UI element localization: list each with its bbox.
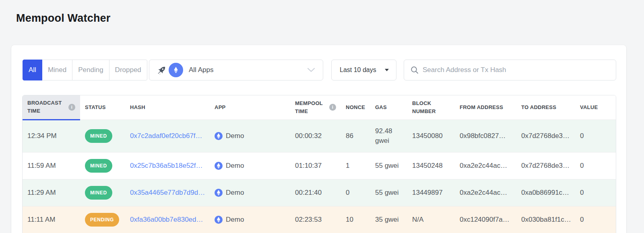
cell-value: 0 xyxy=(575,206,616,233)
column-label: HASH xyxy=(130,103,145,111)
cell-status: MINED xyxy=(80,179,125,206)
column-header-gas[interactable]: GAS xyxy=(370,95,407,120)
column-header-broadcast_time[interactable]: BROADCAST TIMEi xyxy=(23,95,80,120)
app-name: Demo xyxy=(226,161,244,171)
column-label: GAS xyxy=(375,103,387,111)
cell-mempool_time: 02:23:53 xyxy=(290,206,341,233)
cell-block_number: 13450080 xyxy=(407,120,455,152)
status-badge: MINED xyxy=(85,129,112,143)
cell-to_address: 0x7d2768de3… xyxy=(516,152,575,179)
table-row: 11:59 AMMINED0x25c7b36a5b18e52f…Demo01:1… xyxy=(23,152,616,179)
cell-gas: 55 gwei xyxy=(370,152,407,179)
cell-app: Demo xyxy=(210,152,290,179)
app-dropdown-label: All Apps xyxy=(189,66,308,74)
column-label: NONCE xyxy=(346,103,365,111)
cell-hash: 0xfa36a00bb7e830ed… xyxy=(125,206,210,233)
tab-pending[interactable]: Pending xyxy=(72,60,109,80)
ethereum-icon xyxy=(215,162,223,170)
cell-from_address: 0xa2e2c44ac… xyxy=(455,179,516,206)
date-range-dropdown[interactable]: Last 10 days xyxy=(331,60,396,80)
table-row: 12:34 PMMINED0x7c2adaf0ef20cb67f…Demo00:… xyxy=(23,120,616,152)
cell-value: 0 xyxy=(575,152,616,179)
tx-hash-link[interactable]: 0x35a4465e77db7d9d… xyxy=(130,188,205,198)
cell-nonce: 1 xyxy=(341,152,370,179)
cell-gas: 55 gwei xyxy=(370,179,407,206)
tab-all[interactable]: All xyxy=(23,60,42,80)
status-filter-tabs: All Mined Pending Dropped xyxy=(23,60,147,80)
mempool-card: All Mined Pending Dropped xyxy=(11,45,626,233)
cell-from_address: 0xc124090f7a… xyxy=(455,206,516,233)
column-label: FROM ADDRESS xyxy=(460,103,503,111)
cell-value: 0 xyxy=(575,179,616,206)
ethereum-icon xyxy=(169,63,183,77)
info-icon[interactable]: i xyxy=(68,104,75,111)
app-filter-dropdown[interactable]: All Apps xyxy=(149,60,323,80)
rocket-icon xyxy=(157,65,167,75)
column-label: TO ADDRESS xyxy=(521,103,556,111)
tx-hash-link[interactable]: 0x25c7b36a5b18e52f… xyxy=(130,161,205,171)
cell-broadcast_time: 11:29 AM xyxy=(23,179,80,206)
cell-gas: 35 gwei xyxy=(370,206,407,233)
cell-block_number: 13450248 xyxy=(407,152,455,179)
search-box xyxy=(404,60,616,80)
cell-to_address: 0x030ba81f1c… xyxy=(516,206,575,233)
date-range-label: Last 10 days xyxy=(340,66,376,74)
column-label: BROADCAST TIME xyxy=(27,99,65,115)
tx-hash-link[interactable]: 0x7c2adaf0ef20cb67f… xyxy=(130,131,205,141)
column-label: APP xyxy=(215,103,226,111)
transactions-table: BROADCAST TIMEiSTATUSHASHAPPMEMPOOL TIME… xyxy=(22,95,616,233)
app-name: Demo xyxy=(226,188,244,198)
tx-hash-link[interactable]: 0xfa36a00bb7e830ed… xyxy=(130,215,205,225)
toolbar: All Mined Pending Dropped xyxy=(11,60,626,80)
search-icon xyxy=(411,66,419,74)
cell-mempool_time: 00:00:32 xyxy=(290,120,341,152)
table-row: 11:29 AMMINED0x35a4465e77db7d9d…Demo00:2… xyxy=(23,179,616,206)
column-header-value[interactable]: VALUE xyxy=(575,95,616,120)
column-label: STATUS xyxy=(85,103,106,111)
cell-nonce: 86 xyxy=(341,120,370,152)
column-header-hash[interactable]: HASH xyxy=(125,95,210,120)
column-header-status[interactable]: STATUS xyxy=(80,95,125,120)
cell-status: MINED xyxy=(80,152,125,179)
table-header-row: BROADCAST TIMEiSTATUSHASHAPPMEMPOOL TIME… xyxy=(23,95,616,120)
page-title: Mempool Watcher xyxy=(16,12,111,25)
status-badge: MINED xyxy=(85,159,112,173)
cell-mempool_time: 01:10:37 xyxy=(290,152,341,179)
column-header-block_number[interactable]: BLOCK NUMBER xyxy=(407,95,455,120)
tab-dropped[interactable]: Dropped xyxy=(109,60,147,80)
cell-app: Demo xyxy=(210,120,290,152)
cell-status: PENDING xyxy=(80,206,125,233)
cell-nonce: 10 xyxy=(341,206,370,233)
info-icon[interactable]: i xyxy=(329,104,336,111)
cell-gas: 92.48 gwei xyxy=(370,120,407,152)
column-header-app[interactable]: APP xyxy=(210,95,290,120)
cell-broadcast_time: 11:11 AM xyxy=(23,206,80,233)
column-header-nonce[interactable]: NONCE xyxy=(341,95,370,120)
status-badge: PENDING xyxy=(85,213,119,227)
cell-broadcast_time: 12:34 PM xyxy=(23,120,80,152)
column-header-mempool_time[interactable]: MEMPOOL TIMEi xyxy=(290,95,341,120)
cell-hash: 0x35a4465e77db7d9d… xyxy=(125,179,210,206)
column-header-to_address[interactable]: TO ADDRESS xyxy=(516,95,575,120)
search-input[interactable] xyxy=(423,66,609,74)
ethereum-icon xyxy=(215,216,223,224)
tab-mined[interactable]: Mined xyxy=(42,60,72,80)
cell-from_address: 0xa2e2c44ac… xyxy=(455,152,516,179)
cell-block_number: 13449897 xyxy=(407,179,455,206)
cell-app: Demo xyxy=(210,179,290,206)
cell-broadcast_time: 11:59 AM xyxy=(23,152,80,179)
column-label: MEMPOOL TIME xyxy=(295,99,326,115)
ethereum-icon xyxy=(215,132,223,140)
cell-block_number: N/A xyxy=(407,206,455,233)
table-row: 11:11 AMPENDING0xfa36a00bb7e830ed…Demo02… xyxy=(23,206,616,233)
column-header-from_address[interactable]: FROM ADDRESS xyxy=(455,95,516,120)
app-name: Demo xyxy=(226,215,244,225)
cell-from_address: 0x98bfc0827… xyxy=(455,120,516,152)
caret-down-icon xyxy=(385,69,389,71)
cell-status: MINED xyxy=(80,120,125,152)
ethereum-icon xyxy=(215,189,223,197)
cell-hash: 0x7c2adaf0ef20cb67f… xyxy=(125,120,210,152)
column-label: BLOCK NUMBER xyxy=(412,99,450,115)
cell-nonce: 0 xyxy=(341,179,370,206)
app-name: Demo xyxy=(226,131,244,141)
